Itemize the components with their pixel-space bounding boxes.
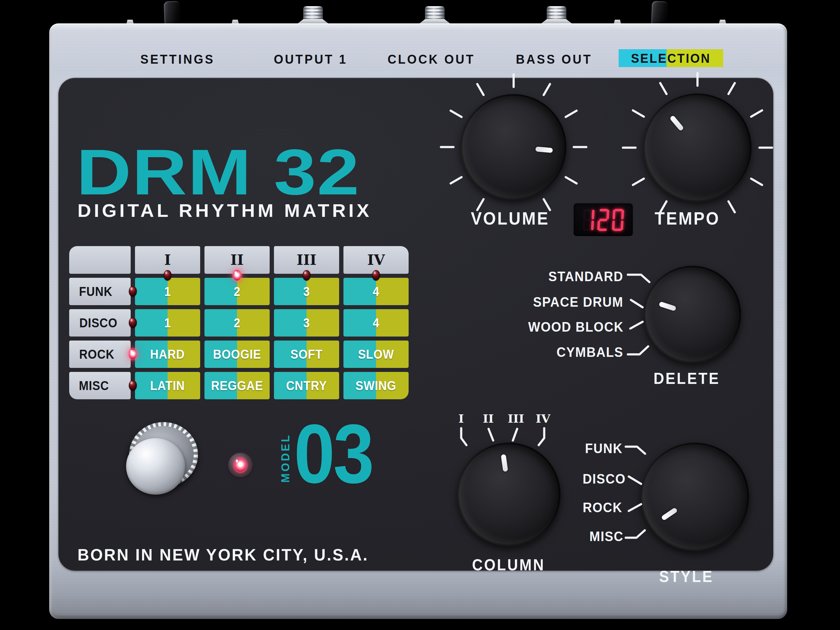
matrix-cell: 1 <box>135 309 200 337</box>
volume-label: VOLUME <box>439 208 581 229</box>
settings-jack-label: SETTINGS <box>122 52 233 65</box>
tempo-knob[interactable] <box>643 93 752 202</box>
model-label: MODEL <box>279 426 293 490</box>
matrix-column-header: II <box>204 246 270 274</box>
column-led-1 <box>164 270 172 280</box>
matrix-cell: CNTRY <box>274 372 339 399</box>
matrix-cell: BOOGIE <box>204 340 270 368</box>
matrix-column-header: III <box>274 246 339 274</box>
volume-knob-pointer <box>535 146 553 153</box>
delete-knob[interactable] <box>644 266 741 363</box>
style-option-funk: FUNK <box>475 441 623 456</box>
matrix-cell: 2 <box>204 278 270 305</box>
column-option-1: I <box>447 412 475 426</box>
matrix-cell: 2 <box>204 309 270 337</box>
tempo-display <box>574 204 633 236</box>
delete-label: DELETE <box>616 369 758 388</box>
style-option-misc: MISC <box>476 529 624 544</box>
column-led-3 <box>303 270 311 280</box>
matrix-cell: HARD <box>135 340 200 368</box>
column-led-4 <box>372 270 380 280</box>
matrix-row-label: MISC <box>69 372 131 399</box>
matrix-cell: SOFT <box>274 340 339 368</box>
row-led-funk <box>129 286 137 296</box>
matrix-cell: REGGAE <box>204 372 270 399</box>
delete-option-cymbals: CYMBALS <box>476 345 624 360</box>
tempo-label: TEMPO <box>617 208 758 229</box>
delete-option-standard: STANDARD <box>476 269 624 284</box>
column-knob-pointer <box>501 454 508 472</box>
model-number: 03 <box>294 420 373 487</box>
matrix-row-label: FUNK <box>69 278 131 305</box>
footswitch-button[interactable] <box>126 438 185 495</box>
matrix-cell: SWING <box>343 372 409 399</box>
output1-jack-label: OUTPUT 1 <box>255 52 366 65</box>
selection-jack-label-highlighted: SELECTION <box>619 49 723 67</box>
matrix-cell: 1 <box>135 278 200 305</box>
footswitch-led-bezel <box>228 453 253 477</box>
bass-out-jack-label: BASS OUT <box>499 52 609 65</box>
drum-machine-device: SETTINGS OUTPUT 1 CLOCK OUT BASS OUT SEL… <box>0 0 840 630</box>
style-option-disco: DISCO <box>478 471 626 487</box>
row-led-misc <box>129 380 137 391</box>
matrix-cell: SLOW <box>343 340 409 368</box>
column-option-2: II <box>474 412 502 426</box>
column-label: COLUMN <box>438 556 579 574</box>
style-option-rock: ROCK <box>475 500 623 515</box>
device-subtitle: DIGITAL RHYTHM MATRIX <box>77 201 372 221</box>
style-label: STYLE <box>616 567 757 586</box>
matrix-cell: 3 <box>274 309 339 337</box>
matrix-row-label: ROCK <box>69 340 131 368</box>
volume-knob[interactable] <box>461 94 566 200</box>
column-option-3: III <box>502 412 530 426</box>
style-knob-pointer <box>661 507 677 521</box>
rhythm-matrix-chart: I II III IV FUNK 1 2 3 4 DISCO 1 2 3 4 R… <box>69 246 409 399</box>
origin-text: BORN IN NEW YORK CITY, U.S.A. <box>77 545 369 564</box>
matrix-cell: LATIN <box>135 372 200 399</box>
row-led-disco <box>129 317 137 328</box>
matrix-cell: 3 <box>274 278 339 305</box>
matrix-cell: 4 <box>343 309 409 337</box>
device-title: DRM 32 <box>76 139 360 205</box>
clock-out-jack-label: CLOCK OUT <box>376 52 487 65</box>
matrix-column-header: IV <box>343 246 409 274</box>
style-knob[interactable] <box>641 443 749 551</box>
column-led-2 <box>233 270 241 280</box>
delete-option-wood-block: WOOD BLOCK <box>476 319 624 335</box>
matrix-corner-cell <box>69 246 131 274</box>
tempo-knob-pointer <box>669 115 684 131</box>
matrix-row-label: DISCO <box>69 309 131 337</box>
delete-knob-pointer <box>658 301 676 311</box>
column-option-4: IV <box>529 412 557 426</box>
footswitch-led <box>234 458 246 472</box>
matrix-column-header: I <box>135 246 200 274</box>
matrix-cell: 4 <box>343 278 409 305</box>
delete-option-space-drum: SPACE DRUM <box>476 294 624 310</box>
row-led-rock <box>129 349 137 359</box>
